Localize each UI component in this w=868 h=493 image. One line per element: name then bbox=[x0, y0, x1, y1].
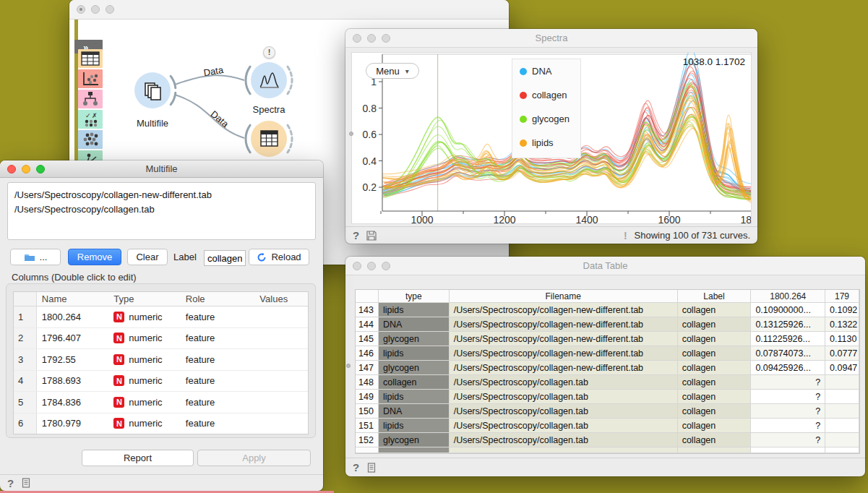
table-row[interactable]: 41788.693Nnumericfeature bbox=[14, 371, 308, 393]
datatable-titlebar[interactable]: Data Table bbox=[345, 257, 865, 275]
table-row[interactable]: 145glycogen/Users/Spectroscopy/collagen-… bbox=[356, 332, 859, 346]
name-cell[interactable]: 1788.693 bbox=[37, 371, 109, 392]
header-cell[interactable]: Type bbox=[108, 292, 181, 306]
label-cell[interactable]: collagen bbox=[678, 419, 752, 432]
filename-cell[interactable]: /Users/Spectroscopy/collagen.tab bbox=[450, 375, 678, 389]
value-cell[interactable]: ? bbox=[751, 419, 825, 432]
save-icon[interactable] bbox=[366, 231, 377, 241]
value-cell[interactable] bbox=[825, 390, 859, 403]
role-cell[interactable]: feature bbox=[181, 328, 254, 349]
values-cell[interactable] bbox=[254, 349, 308, 370]
data-table[interactable]: typeFilenameLabel1800.264179143lipids/Us… bbox=[355, 289, 860, 454]
node-datatable[interactable] bbox=[239, 116, 299, 162]
role-cell[interactable]: feature bbox=[181, 371, 254, 392]
filename-cell[interactable]: /Users/Spectroscopy/collagen-new-differe… bbox=[450, 332, 678, 346]
toolbox-item-evaluate[interactable]: ✓✗ bbox=[78, 110, 103, 129]
type-cell[interactable]: lipids bbox=[379, 303, 450, 317]
name-cell[interactable]: 1784.836 bbox=[37, 392, 109, 413]
table-row[interactable]: 149lipids/Users/Spectroscopy/collagen.ta… bbox=[356, 390, 859, 404]
table-row[interactable]: 51784.836Nnumericfeature bbox=[14, 392, 308, 413]
value-cell[interactable]: 0.10900000... bbox=[751, 303, 825, 317]
values-cell[interactable] bbox=[254, 306, 308, 327]
type-cell[interactable]: lipids bbox=[379, 419, 450, 432]
row-number[interactable]: 152 bbox=[356, 433, 379, 447]
minimize-button[interactable] bbox=[367, 34, 376, 43]
label-cell[interactable]: collagen bbox=[678, 332, 752, 346]
spectra-titlebar[interactable]: Spectra bbox=[345, 29, 757, 48]
value-cell[interactable]: 0.13125926... bbox=[751, 317, 825, 331]
value-cell[interactable]: ? bbox=[751, 433, 825, 447]
columns-table[interactable]: NameTypeRoleValues11800.264Nnumericfeatu… bbox=[13, 291, 309, 434]
table-row[interactable]: 61780.979Nnumericfeature bbox=[14, 413, 308, 435]
type-cell[interactable]: Nnumeric bbox=[108, 328, 181, 349]
name-cell[interactable]: 1800.264 bbox=[37, 306, 109, 327]
report-doc-icon[interactable] bbox=[21, 478, 31, 488]
resize-handle[interactable] bbox=[349, 132, 353, 136]
close-button[interactable] bbox=[77, 5, 85, 14]
value-cell[interactable]: 0.11225926... bbox=[751, 332, 825, 346]
role-cell[interactable]: feature bbox=[181, 349, 254, 370]
legend-item[interactable]: glycogen bbox=[512, 107, 580, 131]
file-list[interactable]: /Users/Spectroscopy/collagen-new-differe… bbox=[7, 182, 316, 240]
label-cell[interactable]: collagen bbox=[678, 303, 752, 317]
table-row[interactable]: 150DNA/Users/Spectroscopy/collagen.tabco… bbox=[356, 404, 859, 419]
type-cell[interactable]: glycogen bbox=[379, 332, 450, 346]
table-row[interactable]: 144DNA/Users/Spectroscopy/collagen-new-d… bbox=[356, 317, 859, 332]
row-number[interactable]: 148 bbox=[356, 375, 379, 389]
header-cell[interactable]: Role bbox=[181, 292, 254, 306]
table-row[interactable]: 152glycogen/Users/Spectroscopy/collagen.… bbox=[356, 433, 859, 447]
value-cell[interactable] bbox=[825, 404, 859, 418]
multifile-titlebar[interactable]: Multifile bbox=[0, 160, 323, 178]
value-cell[interactable] bbox=[825, 375, 859, 389]
minimize-button[interactable] bbox=[22, 165, 30, 173]
value-cell[interactable]: 0.1322 bbox=[825, 317, 859, 331]
type-cell[interactable]: Nnumeric bbox=[108, 413, 181, 434]
role-cell[interactable]: feature bbox=[181, 413, 254, 434]
label-input[interactable] bbox=[204, 250, 246, 266]
type-cell[interactable]: glycogen bbox=[379, 361, 450, 374]
table-row[interactable]: 143lipids/Users/Spectroscopy/collagen-ne… bbox=[356, 303, 859, 317]
header-cell[interactable]: Label bbox=[678, 290, 752, 302]
row-number[interactable]: 143 bbox=[356, 303, 379, 317]
table-row[interactable]: 31792.55Nnumericfeature bbox=[14, 349, 308, 371]
type-cell[interactable]: Nnumeric bbox=[108, 349, 181, 370]
values-cell[interactable] bbox=[254, 413, 308, 434]
label-cell[interactable]: collagen bbox=[678, 404, 752, 418]
filename-cell[interactable]: /Users/Spectroscopy/collagen-new-differe… bbox=[450, 346, 678, 360]
header-cell[interactable]: Values bbox=[254, 292, 308, 306]
row-number[interactable]: 146 bbox=[356, 346, 379, 360]
filename-cell[interactable]: /Users/Spectroscopy/collagen.tab bbox=[450, 404, 678, 418]
spectra-plot[interactable]: 0.20.40.60.8110001200140016001800 Menu ▾… bbox=[351, 52, 752, 224]
value-cell[interactable]: ? bbox=[751, 375, 825, 389]
legend-item[interactable]: collagen bbox=[512, 83, 580, 107]
table-row[interactable]: 21796.407Nnumericfeature bbox=[14, 328, 308, 350]
value-cell[interactable]: ? bbox=[751, 404, 825, 418]
node-multifile[interactable] bbox=[122, 67, 183, 113]
type-cell[interactable]: lipids bbox=[379, 390, 450, 403]
menu-button[interactable]: Menu ▾ bbox=[366, 63, 419, 79]
row-number[interactable]: 144 bbox=[356, 317, 379, 331]
legend-item[interactable]: DNA bbox=[512, 59, 580, 83]
type-cell[interactable]: DNA bbox=[379, 317, 450, 331]
minimize-button[interactable] bbox=[91, 5, 100, 14]
label-cell[interactable]: collagen bbox=[678, 361, 752, 374]
row-number[interactable]: 145 bbox=[356, 332, 379, 346]
report-button[interactable]: Report bbox=[82, 450, 194, 466]
header-cell[interactable] bbox=[356, 290, 379, 302]
toolbox-item-data[interactable] bbox=[78, 49, 103, 68]
toolbox-item-unsupervised[interactable] bbox=[78, 130, 103, 149]
node-spectra[interactable] bbox=[239, 57, 299, 103]
filename-cell[interactable]: /Users/Spectroscopy/collagen.tab bbox=[450, 433, 678, 447]
minimize-button[interactable] bbox=[367, 262, 376, 270]
resize-handle[interactable] bbox=[346, 364, 351, 368]
close-button[interactable] bbox=[7, 165, 16, 173]
role-cell[interactable]: feature bbox=[181, 306, 254, 327]
header-cell[interactable]: 179 bbox=[825, 290, 859, 302]
value-cell[interactable]: ? bbox=[751, 390, 825, 403]
header-cell[interactable]: type bbox=[379, 290, 450, 302]
role-cell[interactable]: feature bbox=[181, 392, 254, 413]
filename-cell[interactable]: /Users/Spectroscopy/collagen-new-differe… bbox=[450, 303, 678, 317]
table-row[interactable]: 11800.264Nnumericfeature bbox=[14, 306, 308, 328]
zoom-button[interactable] bbox=[382, 34, 390, 43]
row-number[interactable]: 151 bbox=[356, 419, 379, 432]
